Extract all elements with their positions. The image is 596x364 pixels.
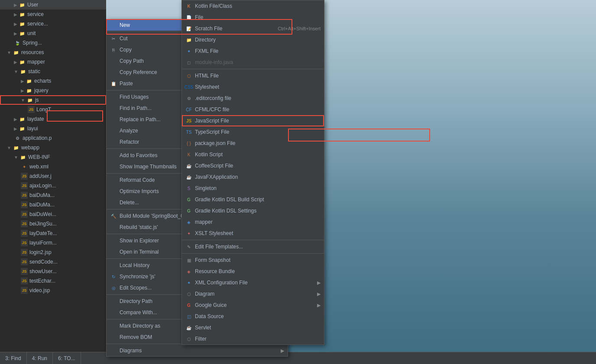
bottom-tab-find[interactable]: 3: Find: [0, 352, 27, 364]
spring-icon: 🍃: [14, 39, 21, 46]
submenu-item-stylesheet[interactable]: CSS Stylesheet: [182, 81, 324, 93]
submenu-item-kotlin-file[interactable]: K Kotlin File/Class: [182, 0, 324, 12]
new-icon: [110, 22, 117, 29]
sidebar-item-static[interactable]: ▼ 📁 static: [0, 67, 106, 76]
file-icon: ⚙: [14, 135, 21, 142]
sidebar-item-beijing[interactable]: JS beiJingSu...: [0, 219, 106, 229]
bottom-tab-todo[interactable]: 6: TO...: [53, 352, 81, 364]
submenu-item-fxml[interactable]: ✦ FXML File: [182, 45, 324, 57]
sidebar-item-laydate-te[interactable]: JS layDateTe...: [0, 229, 106, 238]
submenu-item-xml-config[interactable]: ✦ XML Configuration File ▶: [182, 277, 324, 288]
submenu-item-packagejson[interactable]: { } package.json File: [182, 138, 324, 149]
sidebar-item-login2[interactable]: JS login2.jsp: [0, 248, 106, 257]
sidebar-item-sendcode[interactable]: JS sendCode...: [0, 257, 106, 267]
submenu-item-javafx[interactable]: ☕ JavaFXApplication: [182, 171, 324, 183]
scissors-icon: ✂: [110, 35, 117, 42]
mapper-icon: ◈: [185, 219, 192, 225]
find-icon: [110, 93, 117, 100]
submenu-item-diagram[interactable]: ⬡ Diagram ▶: [182, 288, 324, 300]
folder-icon: 📁: [19, 125, 26, 132]
submenu-separator: [182, 69, 324, 69]
scope-icon: ◎: [110, 284, 117, 291]
history-icon: [110, 262, 117, 269]
sidebar-item-webxml[interactable]: ✦ web.xml: [0, 162, 106, 171]
sidebar-item-baiduma1[interactable]: JS baiDuMa...: [0, 190, 106, 200]
sidebar-item-resources[interactable]: ▼ 📁 resources: [0, 48, 106, 57]
folder-icon: 📁: [19, 116, 26, 122]
submenu-item-servlet[interactable]: ☕ Servlet: [182, 322, 324, 333]
sidebar-item-longt[interactable]: JS LongT...: [0, 105, 106, 114]
sidebar-item-layui[interactable]: ▶ 📁 layui: [0, 124, 106, 133]
sidebar-item-baiduma2[interactable]: JS baiDuMa...: [0, 200, 106, 209]
submenu-item-form-snapshot[interactable]: ▦ Form Snapshot: [182, 254, 324, 266]
arrow-icon: ▶: [14, 117, 17, 122]
sidebar-item-js[interactable]: ▼ 📁 js: [0, 95, 106, 105]
find-path-icon: [110, 105, 117, 112]
sidebar-item-application[interactable]: ⚙ application.p: [0, 133, 106, 143]
sidebar-item-user[interactable]: ▶ 📁 User: [0, 0, 106, 10]
sidebar-item-adduser[interactable]: JS addUser.j: [0, 171, 106, 181]
sidebar-item-echarts[interactable]: ▶ 📁 echarts: [0, 76, 106, 86]
submenu-item-kotlin-script[interactable]: K Kotlin Script: [182, 149, 324, 160]
edit-templates-icon: ✎: [185, 243, 192, 250]
submenu-item-gradle-settings[interactable]: G Gradle Kotlin DSL Settings: [182, 205, 324, 216]
xml-config-icon: ✦: [185, 279, 192, 286]
datasource-icon: ◫: [185, 313, 192, 320]
js-icon: JS: [21, 192, 28, 199]
sidebar-item-webapp[interactable]: ▼ 📁 webapp: [0, 143, 106, 152]
bottom-tab-run[interactable]: 4: Run: [27, 352, 53, 364]
sidebar-item-laydate[interactable]: ▶ 📁 laydate: [0, 114, 106, 124]
folder-icon: 📁: [19, 30, 26, 37]
diagram-icon: [110, 347, 117, 354]
submenu-item-data-source[interactable]: ◫ Data Source: [182, 311, 324, 322]
submenu-arrow-icon: ▶: [281, 348, 284, 354]
submenu-item-coffeescript[interactable]: ☕ CoffeeScript File: [182, 160, 324, 171]
sidebar-item-showuser[interactable]: JS showUser...: [0, 267, 106, 276]
terminal-icon: [110, 248, 117, 255]
submenu-item-javascript[interactable]: JS JavaScript File: [182, 115, 324, 126]
js-icon: JS: [21, 201, 28, 208]
sidebar-item-layuiform[interactable]: JS layuiForm...: [0, 238, 106, 248]
submenu-item-file[interactable]: 📄 File: [182, 12, 324, 23]
sidebar-item-ajaxlogin[interactable]: JS ajaxLogin...: [0, 181, 106, 190]
cfml-icon: CF: [185, 106, 192, 113]
submenu-item-typescript[interactable]: TS TypeScript File: [182, 126, 324, 138]
sidebar-item-webinf[interactable]: ▼ 📁 WEB-INF: [0, 152, 106, 162]
sidebar-item-baiduwei[interactable]: JS baiDuWei...: [0, 209, 106, 219]
submenu-item-gradle-build[interactable]: G Gradle Kotlin DSL Build Script: [182, 194, 324, 205]
submenu-item-edit-templates[interactable]: ✎ Edit File Templates...: [182, 241, 324, 252]
submenu-new: K Kotlin File/Class 📄 File 📝 Scratch Fil…: [181, 0, 324, 345]
sidebar-item-testechar[interactable]: JS testEchar...: [0, 276, 106, 286]
resource-bundle-icon: ◈: [185, 268, 192, 275]
submenu-separator: [182, 253, 324, 254]
submenu-item-scratch[interactable]: 📝 Scratch File Ctrl+Alt+Shift+Insert: [182, 23, 324, 34]
mark-dir-icon: [110, 322, 117, 329]
sidebar-item-spring[interactable]: 🍃 Spring...: [0, 38, 106, 48]
reformat-icon: [110, 177, 117, 184]
submenu-item-module-info[interactable]: ◻ module-info.java: [182, 57, 324, 68]
file-icon: 📄: [185, 14, 192, 21]
fxml-icon: ✦: [185, 48, 192, 55]
sidebar-item-service[interactable]: ▶ 📁 service: [0, 10, 106, 19]
submenu-item-directory[interactable]: 📁 Directory: [182, 34, 324, 45]
sidebar-item-videojsp[interactable]: JS video.jsp: [0, 286, 106, 295]
submenu-item-editorconfig[interactable]: ⚙ .editorconfig file: [182, 93, 324, 104]
sidebar-item-jquery[interactable]: ▶ 📁 jquery: [0, 86, 106, 95]
js-icon: JS: [21, 182, 28, 189]
submenu-item-resource-bundle[interactable]: ◈ Resource Bundle: [182, 266, 324, 277]
google-icon: G: [185, 302, 192, 309]
submenu-item-html[interactable]: ⬡ HTML File: [182, 70, 324, 81]
submenu-item-google-guice[interactable]: G Google Guice ▶: [182, 300, 324, 311]
sidebar-item-mapper[interactable]: ▶ 📁 mapper: [0, 57, 106, 67]
submenu-item-xslt[interactable]: ✦ XSLT Stylesheet: [182, 228, 324, 239]
form-icon: ▦: [185, 257, 192, 264]
submenu-item-mapper[interactable]: ◈ mapper: [182, 216, 324, 228]
submenu-item-cfml[interactable]: CF CFML/CFC file: [182, 104, 324, 115]
submenu-item-filter[interactable]: ⬡ Filter: [182, 333, 324, 345]
sidebar-item-unit[interactable]: ▶ 📁 unit: [0, 29, 106, 38]
remove-bom-icon: [110, 334, 117, 341]
menu-item-diagrams[interactable]: Diagrams ▶: [107, 345, 288, 356]
sidebar-item-service2[interactable]: ▶ 📁 service...: [0, 19, 106, 29]
css-icon: CSS: [185, 84, 192, 90]
submenu-item-singleton[interactable]: S Singleton: [182, 183, 324, 194]
